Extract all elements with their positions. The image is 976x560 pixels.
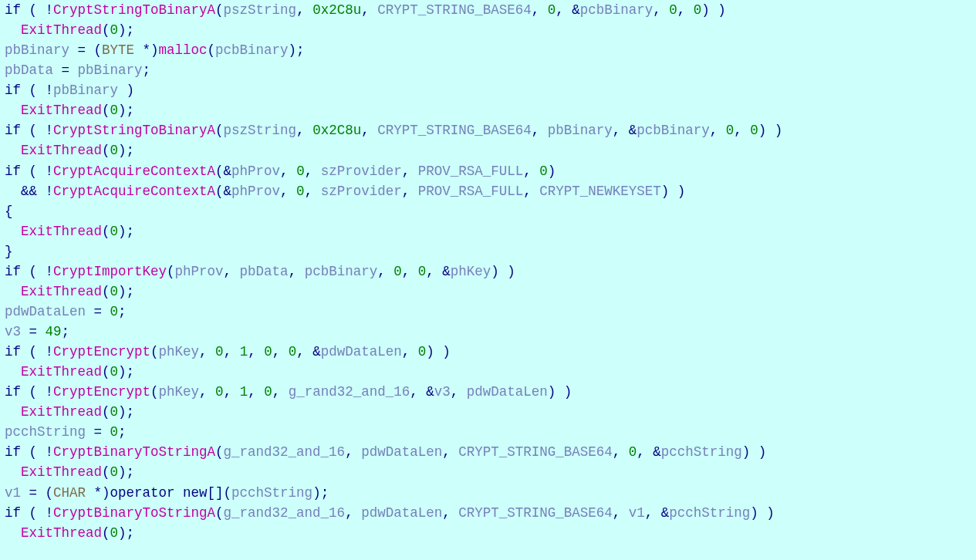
code-line: ExitThread(0); [5,462,971,482]
code-line: pdwDataLen = 0; [5,302,971,322]
code-token: 0 [110,143,119,158]
code-token: 1 [240,344,248,359]
code-token: CRYPT_STRING_BASE64 [377,2,532,18]
code-token: ExitThread [21,224,102,239]
code-line: ExitThread(0); [5,523,971,543]
code-token: ( ! [21,264,53,279]
code-line: { [5,201,971,221]
code-token: , [199,344,215,359]
code-token: BYTE [102,42,134,58]
code-token: ( [215,444,224,460]
code-line: if ( !CryptAcquireContextA(&phProv, 0, s… [5,161,971,181]
code-line: if ( !CryptStringToBinaryA(pszString, 0x… [5,120,971,140]
code-token: ( ! [21,83,53,98]
code-line: ExitThread(0); [5,402,971,422]
code-token [5,404,21,420]
code-line: v1 = (CHAR *)operator new[](pcchString); [5,483,971,503]
code-token: ; [62,324,70,339]
code-token: , [361,123,377,138]
code-token: ( [102,103,110,118]
code-token: ( ! [21,344,53,359]
code-token: pbData [240,264,289,279]
code-token: , [280,184,296,199]
code-token: ( ! [21,505,53,521]
code-line: ExitThread(0); [5,282,971,302]
code-token: 0 [264,344,272,359]
code-token: , [296,123,312,138]
code-token: ) ) [742,444,767,460]
code-token: pcbBinary [580,2,653,18]
code-line: pcchString = 0; [5,422,971,442]
code-line: && !CryptAcquireContextA(&phProv, 0, szP… [5,181,971,201]
code-token: 0 [110,22,119,38]
code-token: ) ) [426,344,451,359]
code-token: operator new [110,485,208,501]
code-token: pcchString [231,485,312,501]
code-token: pbBinary [548,123,613,138]
code-token: ) ) [548,384,572,400]
code-token: ( [150,344,159,359]
code-token: , [402,344,418,359]
code-token: 0 [539,164,548,179]
code-token: []( [208,485,232,501]
code-token: , [734,123,750,138]
code-token: ( [102,525,110,541]
code-token: ( [102,143,110,158]
code-token: pbBinary [5,42,69,58]
decompiled-code-listing: if ( !CryptStringToBinaryA(pszString, 0x… [0,0,976,546]
code-token: if [5,164,21,179]
code-line: if ( !CryptImportKey(phProv, pbData, pcb… [5,261,971,282]
code-token: ); [118,525,134,541]
code-token: , [305,164,321,179]
code-token: 0 [110,103,119,118]
code-token: , & [410,384,434,400]
code-token: ) ) [491,264,515,279]
code-line: ExitThread(0); [5,20,971,40]
code-token: 0 [629,444,637,460]
code-token: 0 [393,264,402,279]
code-token: , [377,264,393,279]
code-token: ExitThread [21,143,102,158]
code-token: ( ! [21,444,53,460]
code-token: 0x2C8u [312,2,361,18]
code-token: ; [118,304,127,319]
code-token: , [272,384,289,400]
code-token: ); [118,22,134,38]
code-token: if [5,444,21,460]
code-token: phKey [451,264,491,279]
code-token: 0 [110,224,119,239]
code-token: PROV_RSA_FULL [418,164,524,179]
code-token: v1 [629,505,645,521]
code-token: , [248,384,264,400]
code-token: CryptAcquireContextA [53,184,215,199]
code-token: CRYPT_STRING_BASE64 [458,444,613,460]
code-token: ); [312,485,329,501]
code-token: ( [102,464,110,480]
code-token: ) ) [661,184,686,199]
code-token: PROV_RSA_FULL [418,184,524,199]
code-token: 0 [215,344,224,359]
code-token: 0 [694,2,702,18]
code-token: pcchString [669,505,750,521]
code-token: ExitThread [21,103,102,118]
code-token [5,464,21,480]
code-token: malloc [159,42,208,58]
code-token: = [86,424,110,440]
code-token: 0 [110,464,119,480]
code-token: CRYPT_NEWKEYSET [539,184,661,199]
code-token: , [402,264,418,279]
code-token: CryptEncrypt [53,344,150,359]
code-token: if [5,123,21,138]
code-token: phProv [231,164,280,179]
code-token: 0 [110,525,119,541]
code-line: if ( !CryptBinaryToStringA(g_rand32_and_… [5,503,971,523]
code-token: ( [150,384,159,400]
code-token: 0 [726,123,735,138]
code-token: , & [296,344,321,359]
code-token: pcbBinary [637,123,710,138]
code-line: ExitThread(0); [5,140,971,160]
code-token: ) [118,83,134,98]
code-token: , [402,184,418,199]
code-token: , [248,344,264,359]
code-token: , [653,2,669,18]
